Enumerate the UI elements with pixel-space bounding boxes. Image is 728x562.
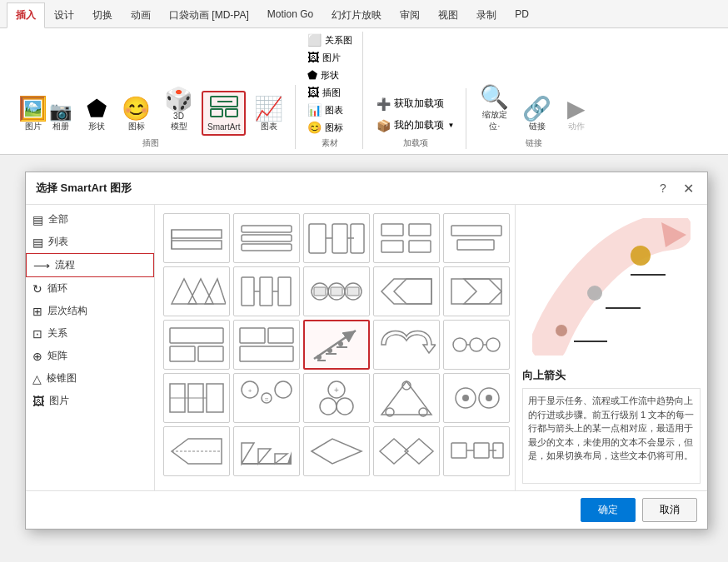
- zoom-button[interactable]: 🔍 缩放定 位·: [475, 82, 514, 136]
- icon-button[interactable]: 😊 图标: [117, 94, 156, 136]
- svg-rect-92: [474, 443, 489, 458]
- shape-item-2[interactable]: [233, 213, 300, 263]
- get-addins-icon: ➕: [376, 97, 391, 111]
- picture-album-button[interactable]: 🖼️ 图片 📷 相册: [13, 94, 77, 136]
- relation-chart-btn[interactable]: ⬜ 关系图: [304, 32, 356, 48]
- smartart-button[interactable]: SmartArt: [202, 91, 246, 136]
- svg-rect-12: [332, 224, 347, 253]
- svg-rect-40: [170, 346, 195, 361]
- picture-label: 图片: [25, 121, 42, 132]
- category-process[interactable]: ⟶ 流程: [26, 253, 154, 277]
- svg-rect-7: [242, 226, 292, 232]
- category-all-label: 全部: [48, 212, 68, 226]
- shape-item-15[interactable]: [163, 373, 230, 423]
- link-label: 链接: [529, 121, 546, 132]
- tab-record[interactable]: 录制: [467, 2, 506, 27]
- svg-point-51: [327, 348, 332, 353]
- shape-item-12[interactable]: [233, 320, 300, 370]
- ok-button[interactable]: 确定: [581, 498, 636, 522]
- shape-item-16[interactable]: + =: [233, 373, 300, 423]
- get-addins-btn[interactable]: ➕ 获取加载项: [371, 93, 459, 114]
- preview-panel: 向上箭头 用于显示任务、流程或工作流中趋势向上的行进或步骤。前五行级别 1 文本…: [516, 205, 707, 490]
- model3d-button[interactable]: 🎲 3D 模型: [159, 85, 198, 136]
- tab-review[interactable]: 审阅: [391, 2, 429, 27]
- my-addins-icon: 📦: [376, 119, 391, 132]
- chart-button[interactable]: 📈 图表: [249, 94, 288, 136]
- svg-marker-84: [258, 449, 271, 464]
- tab-animate[interactable]: 动画: [122, 2, 160, 27]
- relation-chart-label: 关系图: [325, 34, 352, 47]
- category-all[interactable]: ▤ 全部: [26, 208, 154, 231]
- hierarchy-icon: ⊞: [32, 305, 42, 318]
- tab-pocket[interactable]: 口袋动画 [MD-PA]: [160, 2, 258, 27]
- icon2-btn[interactable]: 😊 图标: [304, 119, 356, 136]
- svg-point-99: [631, 246, 651, 266]
- shape-button[interactable]: ⬟ 形状: [80, 94, 113, 136]
- shape-item-18[interactable]: [373, 373, 440, 423]
- chart2-btn[interactable]: 📊 图表: [304, 102, 356, 118]
- svg-text:+: +: [334, 385, 339, 395]
- svg-rect-2: [211, 109, 222, 117]
- shape-item-uparrow[interactable]: [303, 320, 370, 370]
- svg-point-52: [338, 341, 343, 346]
- model3d-icon: 🎲: [164, 88, 193, 112]
- shape-item-13[interactable]: [373, 320, 440, 370]
- icon-icon: 😊: [122, 97, 151, 121]
- zoom-icon: 🔍: [480, 86, 509, 109]
- tab-slideshow[interactable]: 幻灯片放映: [322, 2, 391, 27]
- shape-item-17[interactable]: +: [303, 373, 370, 423]
- shape-item-8[interactable]: [303, 266, 370, 316]
- shape-item-11[interactable]: [163, 320, 230, 370]
- icon2-icon: 😊: [307, 121, 322, 134]
- ribbon-tabs: 插入 设计 切换 动画 口袋动画 [MD-PA] Motion Go 幻灯片放映…: [0, 0, 728, 28]
- svg-marker-83: [242, 443, 254, 464]
- link-items-row: 🔍 缩放定 位· 🔗 链接 ▶ 动作: [475, 82, 593, 136]
- action-button[interactable]: ▶ 动作: [560, 94, 593, 136]
- process-icon: ⟶: [33, 259, 50, 272]
- shape-item-1[interactable]: [163, 213, 230, 263]
- category-matrix[interactable]: ⊕ 矩阵: [26, 345, 154, 367]
- category-picture[interactable]: 🖼 图片: [26, 390, 154, 412]
- category-pyramid-label: 棱锥图: [47, 371, 77, 385]
- category-cycle-label: 循环: [47, 281, 67, 296]
- category-list[interactable]: ▤ 列表: [26, 231, 154, 253]
- category-hierarchy[interactable]: ⊞ 层次结构: [26, 300, 154, 322]
- svg-rect-41: [198, 346, 223, 361]
- shape-item-7[interactable]: [233, 266, 300, 316]
- link-button[interactable]: 🔗 链接: [517, 94, 556, 136]
- model3d-label: 3D 模型: [171, 112, 187, 132]
- shape-item-23[interactable]: [373, 426, 440, 476]
- tab-pd[interactable]: PD: [506, 2, 538, 27]
- image-btn[interactable]: 🖼 图片: [304, 49, 356, 66]
- dialog-close-button[interactable]: ✕: [679, 179, 697, 197]
- shape-item-6[interactable]: [163, 266, 230, 316]
- dialog-help-button[interactable]: ?: [654, 179, 672, 197]
- shape-item-22[interactable]: [303, 426, 370, 476]
- ribbon: 插入 设计 切换 动画 口袋动画 [MD-PA] Motion Go 幻灯片放映…: [0, 0, 728, 155]
- category-pyramid[interactable]: △ 棱锥图: [26, 367, 154, 390]
- tab-motiongo[interactable]: Motion Go: [258, 2, 322, 27]
- category-relation[interactable]: ⊡ 关系: [26, 322, 154, 345]
- shape-item-4[interactable]: [373, 213, 440, 263]
- shape2-btn[interactable]: ⬟ 形状: [304, 67, 356, 83]
- shape-item-3[interactable]: [303, 213, 370, 263]
- tab-switch[interactable]: 切换: [83, 2, 122, 27]
- shape-item-21[interactable]: [233, 426, 300, 476]
- my-addins-dropdown: ▼: [447, 122, 454, 129]
- shape-item-14[interactable]: [443, 320, 510, 370]
- tab-view[interactable]: 视图: [429, 2, 467, 27]
- category-cycle[interactable]: ↻ 循环: [26, 277, 154, 300]
- shape-item-5[interactable]: [443, 213, 510, 263]
- shape-item-10[interactable]: [443, 266, 510, 316]
- smartart-dialog: 选择 SmartArt 图形 ? ✕ ▤ 全部 ▤ 列表 ⟶ 流程: [25, 172, 708, 530]
- shape-item-9[interactable]: [373, 266, 440, 316]
- svg-rect-8: [242, 235, 292, 241]
- insert2-btn[interactable]: 🖼 插图: [304, 84, 356, 101]
- tab-design[interactable]: 设计: [45, 2, 83, 27]
- shape-item-20[interactable]: [163, 426, 230, 476]
- cancel-button[interactable]: 取消: [642, 498, 697, 522]
- tab-insert[interactable]: 插入: [7, 2, 45, 28]
- shape-item-19[interactable]: [443, 373, 510, 423]
- my-addins-btn[interactable]: 📦 我的加载项 ▼: [371, 115, 459, 136]
- shape-item-24[interactable]: [443, 426, 510, 476]
